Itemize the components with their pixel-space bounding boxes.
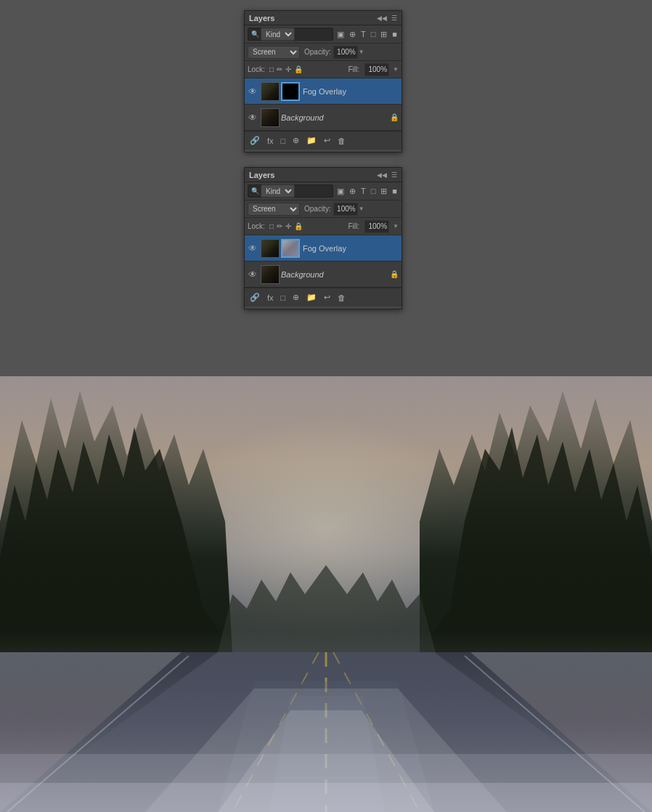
blend-row-1: Screen Normal Multiply Overlay Opacity: …: [245, 44, 402, 61]
layer-item-fog-1[interactable]: 👁 Fog Overlay: [245, 78, 402, 105]
filter-adjustment-icon-2[interactable]: ⊕: [348, 186, 357, 197]
kind-select-1[interactable]: Kind: [261, 28, 295, 41]
lock-all-icon-2[interactable]: 🔒: [294, 222, 303, 230]
fill-input-1[interactable]: [364, 63, 389, 76]
panel-bottom-2: 🔗 fx □ ⊕ 📁 ↩ 🗑: [245, 288, 402, 306]
layer-thumb-fog-2: [261, 239, 280, 258]
fx-icon-1[interactable]: fx: [265, 136, 276, 146]
lock-transparent-icon-2[interactable]: □: [269, 222, 274, 230]
filter-pixel-icon-2[interactable]: ▣: [335, 186, 346, 197]
search-icon-2: 🔍: [251, 187, 259, 195]
bg-thumb-content-2: [261, 266, 279, 283]
blend-select-2[interactable]: Screen Normal Multiply Overlay: [248, 203, 300, 216]
collapse-btn-1[interactable]: ◀◀: [377, 15, 387, 22]
filter-smart-icon-2[interactable]: ⊞: [379, 186, 388, 197]
resize-handle-2[interactable]: [245, 306, 402, 309]
opacity-arrow-2[interactable]: ▼: [359, 206, 364, 212]
search-box-1[interactable]: 🔍 Kind: [248, 28, 333, 41]
fx-icon-2[interactable]: fx: [265, 293, 276, 303]
adjustment-icon-1[interactable]: ⊕: [290, 135, 301, 146]
eye-icon-bg-2[interactable]: 👁: [248, 269, 258, 280]
kind-select-2[interactable]: Kind: [261, 184, 295, 198]
layers-list-1: 👁 Fog Overlay 👁 Background 🔒: [245, 78, 402, 131]
lock-transparent-icon-1[interactable]: □: [269, 65, 274, 73]
link-icon-2[interactable]: 🔗: [248, 292, 262, 303]
group-icon-1[interactable]: 📁: [304, 135, 319, 146]
lock-position-icon-2[interactable]: ✛: [285, 222, 291, 230]
group-icon-2[interactable]: 📁: [304, 292, 319, 303]
panel-title-1: Layers: [249, 14, 274, 23]
opacity-input-1[interactable]: [333, 46, 358, 59]
panel-titlebar-1[interactable]: Layers ◀◀ ☰: [245, 11, 402, 25]
bg-thumb-content-1: [261, 109, 279, 126]
layer-mask-fog-1: [281, 82, 300, 101]
road-photo-svg: [0, 376, 652, 812]
layer-lock-bg-2: 🔒: [390, 270, 399, 278]
search-box-2[interactable]: 🔍 Kind: [248, 184, 333, 198]
filter-row-2: 🔍 Kind ▣ ⊕ T □ ⊞ ■: [245, 182, 402, 200]
layer-item-fog-2[interactable]: 👁 Fog Overlay: [245, 235, 402, 261]
filter-shape-icon-2[interactable]: □: [370, 186, 378, 196]
titlebar-controls-2: ◀◀ ☰: [377, 171, 397, 179]
filter-bg-icon-2[interactable]: ■: [391, 186, 399, 196]
menu-btn-1[interactable]: ☰: [391, 15, 397, 22]
menu-btn-2[interactable]: ☰: [391, 171, 397, 179]
titlebar-controls-1: ◀◀ ☰: [377, 15, 397, 22]
resize-handle-1[interactable]: [245, 150, 402, 152]
panel-titlebar-2[interactable]: Layers ◀◀ ☰: [245, 168, 402, 182]
state-icon-2[interactable]: ↩: [322, 292, 333, 303]
layer-item-bg-2[interactable]: 👁 Background 🔒: [245, 261, 402, 288]
layers-panel-1: Layers ◀◀ ☰ 🔍 Kind ▣ ⊕ T □ ⊞: [244, 10, 402, 153]
delete-icon-1[interactable]: 🗑: [335, 136, 348, 146]
filter-row-1: 🔍 Kind ▣ ⊕ T □ ⊞ ■: [245, 25, 402, 44]
lock-row-2: Lock: □ ✏ ✛ 🔒 Fill: ▼: [245, 218, 402, 235]
lock-image-icon-1[interactable]: ✏: [277, 65, 282, 73]
blend-select-1[interactable]: Screen Normal Multiply Overlay: [248, 46, 300, 59]
opacity-input-2[interactable]: [333, 203, 358, 216]
layer-thumb-fog-1: [261, 82, 280, 101]
lock-position-icon-1[interactable]: ✛: [285, 65, 291, 73]
eye-icon-fog-2[interactable]: 👁: [248, 243, 258, 253]
panel-bottom-1: 🔗 fx □ ⊕ 📁 ↩ 🗑: [245, 131, 402, 150]
layer-name-fog-1: Fog Overlay: [303, 87, 399, 96]
state-icon-1[interactable]: ↩: [322, 135, 333, 146]
lock-label-1: Lock:: [248, 65, 265, 73]
fill-label-2: Fill:: [349, 222, 360, 230]
adjustment-icon-2[interactable]: ⊕: [290, 292, 301, 303]
mask-icon-1[interactable]: □: [279, 136, 288, 146]
layers-list-2: 👁 Fog Overlay 👁 Background 🔒: [245, 235, 402, 288]
filter-smart-icon-1[interactable]: ⊞: [379, 29, 388, 40]
layer-name-bg-2: Background: [281, 270, 390, 279]
fill-input-2[interactable]: [364, 220, 389, 233]
svg-rect-21: [0, 783, 652, 812]
panel-title-2: Layers: [249, 171, 274, 179]
lock-label-2: Lock:: [248, 222, 265, 230]
eye-icon-bg-1[interactable]: 👁: [248, 113, 258, 123]
eye-icon-fog-1[interactable]: 👁: [248, 86, 258, 97]
layer-lock-bg-1: 🔒: [390, 113, 399, 121]
layer-mask-fog-2: [281, 239, 300, 258]
fill-arrow-2[interactable]: ▼: [393, 223, 399, 230]
opacity-label-1: Opacity:: [304, 48, 331, 56]
filter-bg-icon-1[interactable]: ■: [391, 29, 399, 39]
search-icon-1: 🔍: [251, 31, 259, 38]
opacity-arrow-1[interactable]: ▼: [359, 49, 364, 55]
link-icon-1[interactable]: 🔗: [248, 135, 262, 146]
lock-image-icon-2[interactable]: ✏: [277, 222, 282, 230]
mask-icon-2[interactable]: □: [279, 293, 288, 303]
layer-item-bg-1[interactable]: 👁 Background 🔒: [245, 105, 402, 131]
filter-pixel-icon-1[interactable]: ▣: [335, 29, 346, 40]
delete-icon-2[interactable]: 🗑: [335, 293, 348, 303]
layers-panel-2: Layers ◀◀ ☰ 🔍 Kind ▣ ⊕ T □ ⊞: [244, 167, 402, 309]
filter-type-icon-2[interactable]: T: [359, 186, 367, 196]
filter-adjustment-icon-1[interactable]: ⊕: [348, 29, 357, 40]
layer-name-fog-2: Fog Overlay: [303, 244, 399, 253]
lock-all-icon-1[interactable]: 🔒: [294, 65, 303, 73]
fill-arrow-1[interactable]: ▼: [393, 66, 399, 73]
filter-type-icon-1[interactable]: T: [359, 29, 367, 39]
opacity-label-2: Opacity:: [304, 205, 331, 213]
top-workspace: Layers ◀◀ ☰ 🔍 Kind ▣ ⊕ T □ ⊞: [0, 0, 652, 376]
collapse-btn-2[interactable]: ◀◀: [377, 171, 387, 179]
layer-name-bg-1: Background: [281, 113, 390, 122]
filter-shape-icon-1[interactable]: □: [370, 29, 378, 39]
